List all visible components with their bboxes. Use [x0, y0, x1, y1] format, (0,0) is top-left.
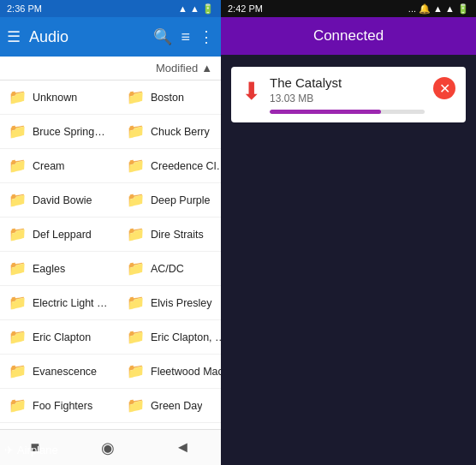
right-status-icons: ... 🔔 ▲ ▲ 🔋 — [408, 3, 469, 15]
list-item[interactable]: 📁 David Bowie — [0, 183, 118, 218]
list-item[interactable]: 📁 AC/DC — [118, 252, 221, 286]
folder-icon: 📁 — [9, 294, 27, 312]
list-item[interactable]: 📁 Guns N' Roses — [0, 423, 118, 429]
file-name: David Bowie — [33, 194, 92, 206]
folder-icon: 📁 — [9, 88, 27, 106]
list-item[interactable]: 📁 Elvis Presley — [118, 286, 221, 320]
list-view-icon[interactable]: ≡ — [181, 28, 190, 46]
more-options-icon[interactable]: ⋮ — [199, 27, 214, 46]
airplane-mode-indicator: ✈ Airplane — [4, 444, 58, 456]
list-item[interactable]: 📁 Chuck Berry — [118, 115, 221, 149]
file-name: Electric Light Orche... — [33, 297, 110, 309]
left-panel: 2:36 PM ▲ ▲ 🔋 ☰ Audio 🔍 ≡ ⋮ Modified ▲ 📁… — [0, 0, 221, 465]
list-item[interactable]: 📁 Bruce Springsteen — [0, 115, 118, 149]
folder-icon: 📁 — [127, 259, 145, 277]
folder-icon: 📁 — [9, 122, 27, 140]
folder-icon: 📁 — [127, 191, 145, 209]
file-name: Bruce Springsteen — [33, 126, 110, 138]
download-info: The Catalyst 13.03 MB — [270, 75, 425, 114]
list-item[interactable]: 📁 Dire Straits — [118, 218, 221, 252]
file-name: Chuck Berry — [151, 126, 210, 138]
list-item[interactable]: 📁 Green Day — [118, 389, 221, 423]
airplane-label: Airplane — [17, 444, 58, 456]
folder-icon: 📁 — [9, 225, 27, 243]
file-name: Green Day — [151, 400, 202, 412]
list-item[interactable]: 📁 Def Leppard — [0, 218, 118, 252]
connected-label: Connected — [313, 27, 384, 45]
airplane-icon: ✈ — [4, 444, 14, 456]
folder-icon: 📁 — [9, 259, 27, 277]
search-icon[interactable]: 🔍 — [153, 27, 172, 46]
list-item[interactable]: 📁 Eric Clapton — [0, 320, 118, 355]
file-name: Unknown — [33, 92, 77, 104]
app-title: Audio — [29, 28, 145, 46]
menu-icon[interactable]: ☰ — [7, 27, 21, 46]
sort-bar[interactable]: Modified ▲ — [0, 57, 221, 80]
list-item[interactable]: 📁 Deep Purple — [118, 183, 221, 218]
cancel-icon: ✕ — [439, 80, 450, 97]
file-name: Eagles — [33, 263, 65, 275]
right-panel: 2:42 PM ... 🔔 ▲ ▲ 🔋 Connected ⬇ The Cata… — [221, 0, 476, 465]
folder-icon: 📁 — [127, 157, 145, 175]
list-item[interactable]: 📁 Evanescence — [0, 355, 118, 389]
sort-arrow: ▲ — [201, 62, 212, 75]
file-name: Boston — [151, 92, 184, 104]
list-item[interactable]: 📁 Foo Fighters — [0, 389, 118, 423]
download-card: ⬇ The Catalyst 13.03 MB ✕ — [231, 67, 466, 122]
folder-icon: 📁 — [127, 88, 145, 106]
file-name: Evanescence — [33, 366, 97, 378]
list-item[interactable]: 📁 Eric Clapton, Derek, ... — [118, 320, 221, 355]
home-icon[interactable]: ◉ — [101, 438, 115, 457]
download-arrow-icon: ⬇ — [241, 77, 261, 105]
progress-bar-fill — [270, 110, 381, 114]
file-name: Creedence Clearwa... — [151, 160, 221, 172]
folder-icon: 📁 — [127, 362, 145, 380]
list-item[interactable]: 📁 Unknown — [0, 80, 118, 115]
file-name: Elvis Presley — [151, 297, 212, 309]
folder-icon: 📁 — [9, 191, 27, 209]
connected-header: Connected — [221, 17, 476, 55]
folder-icon: 📁 — [127, 294, 145, 312]
left-status-bar: 2:36 PM ▲ ▲ 🔋 — [0, 0, 221, 17]
sort-label: Modified — [156, 62, 198, 75]
file-name: Eric Clapton — [33, 331, 91, 343]
file-name: Cream — [33, 160, 65, 172]
folder-icon: 📁 — [9, 328, 27, 346]
right-status-bar: 2:42 PM ... 🔔 ▲ ▲ 🔋 — [221, 0, 476, 17]
left-time: 2:36 PM — [7, 3, 42, 14]
folder-icon: 📁 — [127, 328, 145, 346]
left-status-icons: ▲ ▲ 🔋 — [178, 3, 214, 15]
folder-icon: 📁 — [127, 396, 145, 414]
list-item[interactable]: 📁 Boston — [118, 80, 221, 115]
list-item[interactable]: 📁 Eagles — [0, 252, 118, 286]
list-item[interactable]: 📁 Iggy Pop — [118, 423, 221, 429]
list-item[interactable]: 📁 Cream — [0, 149, 118, 183]
back-icon[interactable]: ◄ — [176, 438, 191, 456]
left-toolbar: ☰ Audio 🔍 ≡ ⋮ — [0, 17, 221, 57]
list-item[interactable]: 📁 Creedence Clearwa... — [118, 149, 221, 183]
folder-icon: 📁 — [9, 157, 27, 175]
file-name: Eric Clapton, Derek, ... — [151, 331, 221, 343]
right-content-area — [221, 134, 476, 465]
file-name: Dire Straits — [151, 229, 204, 241]
download-title: The Catalyst — [270, 75, 425, 90]
folder-icon: 📁 — [127, 225, 145, 243]
list-item[interactable]: 📁 Electric Light Orche... — [0, 286, 118, 320]
folder-icon: 📁 — [127, 122, 145, 140]
list-item[interactable]: 📁 Fleetwood Mac — [118, 355, 221, 389]
right-time: 2:42 PM — [228, 3, 263, 14]
file-name: Fleetwood Mac — [151, 366, 221, 378]
file-name: Def Leppard — [33, 229, 92, 241]
cancel-download-button[interactable]: ✕ — [433, 77, 455, 99]
file-name: AC/DC — [151, 263, 184, 275]
progress-bar-background — [270, 110, 425, 114]
download-size: 13.03 MB — [270, 92, 425, 104]
file-name: Deep Purple — [151, 194, 211, 206]
folder-icon: 📁 — [9, 362, 27, 380]
file-name: Foo Fighters — [33, 400, 92, 412]
folder-icon: 📁 — [9, 396, 27, 414]
files-grid: 📁 Unknown 📁 Boston 📁 Bruce Springsteen 📁… — [0, 80, 221, 429]
